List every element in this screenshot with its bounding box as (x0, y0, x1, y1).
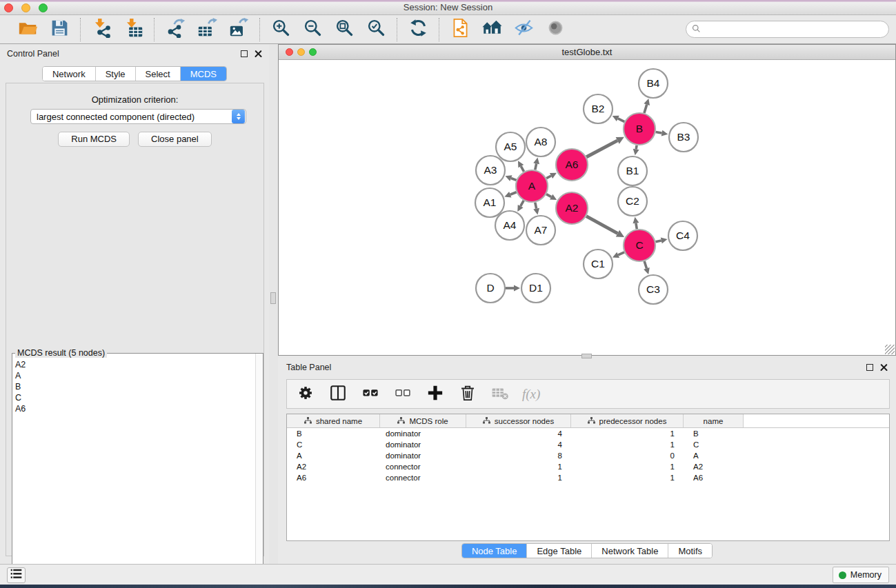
graph-edge-A-A5[interactable] (518, 161, 524, 172)
graph-node-B1[interactable]: B1 (618, 156, 647, 185)
table-cell[interactable]: 1 (571, 428, 684, 439)
table-row[interactable]: Adominator80A (287, 450, 889, 461)
graph-edge-B-B4[interactable] (644, 99, 650, 113)
column-header-shared-name[interactable]: shared name (287, 414, 380, 427)
float-table-panel-icon[interactable] (866, 364, 873, 371)
table-cell[interactable]: connector (380, 472, 466, 483)
network-canvas[interactable]: AA1A2A3A4A5A6A7A8BB1B2B3B4CC1C2C3C4DD1 (279, 60, 895, 355)
graph-edge-A-A6[interactable] (546, 173, 557, 179)
graph-node-C1[interactable]: C1 (584, 250, 613, 278)
float-panel-icon[interactable] (241, 50, 248, 57)
table-cell[interactable]: connector (380, 461, 466, 472)
tab-style[interactable]: Style (96, 67, 136, 81)
tab-mcds[interactable]: MCDS (181, 67, 226, 81)
table-cell[interactable]: B (287, 428, 380, 439)
tab-network[interactable]: Network (43, 67, 96, 81)
graph-edge-A-A3[interactable] (505, 175, 516, 181)
graph-node-A8[interactable]: A8 (526, 128, 555, 156)
close-panel-icon[interactable] (255, 50, 262, 58)
graph-edge-B-B3[interactable] (656, 130, 668, 136)
graph-node-A6[interactable]: A6 (556, 149, 588, 181)
table-cell[interactable]: C (287, 439, 380, 450)
graph-edge-A-A8[interactable] (533, 158, 539, 170)
table-cell[interactable]: A (684, 450, 744, 461)
show-columns-button[interactable] (328, 384, 348, 405)
show-details-button[interactable] (544, 19, 566, 41)
graph-node-A4[interactable]: A4 (495, 211, 524, 240)
graph-edge-C-C2[interactable] (633, 217, 639, 230)
tab-network-table[interactable]: Network Table (592, 544, 668, 558)
import-network-button[interactable] (90, 19, 112, 41)
vertical-split-divider[interactable] (269, 44, 278, 564)
table-cell[interactable]: 1 (466, 461, 571, 472)
graph-node-B4[interactable]: B4 (639, 69, 668, 98)
node-table[interactable]: shared nameMCDS rolesuccessor nodesprede… (286, 414, 890, 541)
close-table-panel-icon[interactable] (880, 364, 888, 372)
table-cell[interactable]: 8 (466, 450, 571, 461)
graph-node-C4[interactable]: C4 (668, 221, 697, 250)
save-session-button[interactable] (48, 19, 70, 41)
graph-edge-B-B1[interactable] (633, 145, 639, 156)
graph-node-C[interactable]: C (624, 230, 655, 261)
horizontal-divider-handle[interactable] (581, 354, 592, 358)
clear-table-button[interactable] (490, 384, 510, 405)
memory-button[interactable]: Memory (833, 567, 889, 583)
zoom-fit-button[interactable] (333, 19, 355, 41)
result-item[interactable]: A (15, 370, 255, 381)
tab-motifs[interactable]: Motifs (668, 544, 712, 558)
graph-edge-A-A1[interactable] (504, 192, 516, 197)
table-cell[interactable]: 1 (571, 461, 684, 472)
table-settings-button[interactable] (295, 384, 316, 405)
network-window-titlebar[interactable]: testGlobe.txt (279, 45, 895, 60)
export-image-button[interactable] (228, 19, 250, 41)
tab-node-table[interactable]: Node Table (462, 544, 528, 558)
mcds-result-list[interactable]: A2ABCA6 (13, 359, 255, 588)
table-cell[interactable]: A6 (684, 472, 744, 483)
result-item[interactable]: C (15, 392, 255, 403)
network-manager-button[interactable] (481, 19, 503, 41)
close-panel-button[interactable]: Close panel (138, 132, 212, 147)
graph-edge-B-B2[interactable] (613, 116, 625, 122)
graph-edge-D-D1[interactable] (506, 285, 520, 292)
graph-edge-A-A4[interactable] (517, 201, 524, 212)
run-mcds-button[interactable]: Run MCDS (58, 132, 130, 147)
table-cell[interactable]: 1 (571, 439, 684, 450)
table-cell[interactable]: A2 (684, 461, 744, 472)
search-input[interactable] (704, 23, 888, 37)
graph-node-D[interactable]: D (476, 274, 505, 303)
column-header-MCDS-role[interactable]: MCDS role (380, 414, 466, 427)
column-header-name[interactable]: name (684, 414, 744, 427)
table-cell[interactable]: dominator (380, 428, 466, 439)
window-resize-grip[interactable] (885, 345, 895, 354)
deselect-all-button[interactable] (392, 384, 413, 405)
table-cell[interactable]: A (287, 450, 380, 461)
select-all-button[interactable] (360, 384, 381, 405)
graph-edge-C-C4[interactable] (655, 238, 667, 244)
graph-node-A5[interactable]: A5 (496, 132, 525, 161)
table-cell[interactable]: B (684, 428, 744, 439)
apply-layout-button[interactable] (407, 19, 429, 41)
delete-column-button[interactable] (457, 384, 478, 405)
network-document-button[interactable] (449, 19, 471, 41)
graph-node-A2[interactable]: A2 (556, 192, 588, 224)
task-history-button[interactable] (7, 567, 26, 583)
table-cell[interactable]: dominator (380, 439, 466, 450)
table-row[interactable]: A2connector11A2 (287, 461, 889, 472)
table-row[interactable]: Bdominator41B (287, 428, 889, 439)
search-box[interactable] (686, 21, 889, 38)
criterion-dropdown[interactable]: largest connected component (directed) (30, 109, 246, 124)
graph-node-C3[interactable]: C3 (639, 275, 668, 304)
graph-edge-C-C3[interactable] (644, 261, 650, 274)
zoom-out-button[interactable] (301, 19, 323, 41)
graph-node-B[interactable]: B (624, 113, 655, 145)
graph-node-A7[interactable]: A7 (526, 216, 555, 245)
tab-select[interactable]: Select (136, 67, 181, 81)
import-table-button[interactable] (122, 19, 144, 41)
table-cell[interactable]: dominator (380, 450, 466, 461)
add-column-button[interactable] (425, 384, 446, 405)
zoom-selected-button[interactable] (365, 19, 387, 41)
graph-node-A3[interactable]: A3 (476, 156, 505, 185)
graph-edge-A-A7[interactable] (533, 203, 539, 215)
graph-edge-C-C1[interactable] (613, 252, 624, 258)
result-item[interactable]: A2 (15, 359, 255, 370)
